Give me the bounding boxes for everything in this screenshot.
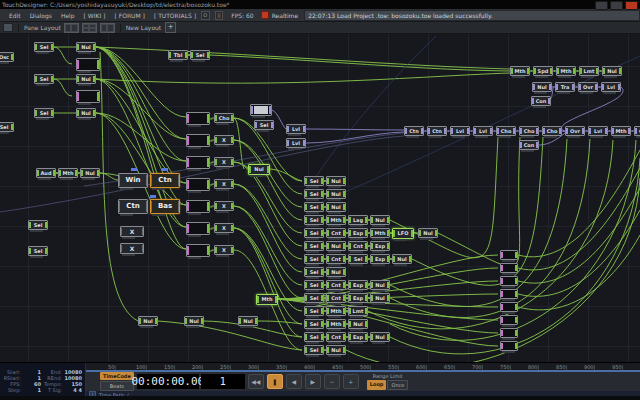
once-button[interactable]: Once (387, 380, 408, 390)
network-node-nul[interactable]: Nul (326, 241, 346, 251)
network-node-sel[interactable]: Sel (304, 345, 324, 355)
network-node-nul[interactable]: Nul (238, 316, 258, 326)
network-node-exp[interactable]: Exp (348, 228, 368, 238)
network-node-nul[interactable]: Nul (418, 228, 438, 238)
network-node-lvl[interactable]: Lvl (286, 138, 306, 148)
network-node[interactable] (186, 244, 210, 257)
network-node-nul[interactable]: Nul (370, 280, 390, 290)
network-node-nul[interactable]: Nul (138, 316, 158, 326)
network-node-mth[interactable]: Mth (326, 215, 346, 225)
transport-button[interactable]: ◀ (286, 374, 302, 389)
transport-button[interactable]: ❚ (267, 374, 283, 389)
network-node[interactable] (186, 134, 210, 147)
network-node-x[interactable]: X (214, 201, 234, 211)
menu-item-dialogs[interactable]: Dialogs (30, 12, 52, 19)
network-node-x[interactable]: X (214, 245, 234, 255)
network-node-cho[interactable]: Cho (519, 126, 539, 136)
network-node-sel[interactable]: Sel (304, 280, 324, 290)
network-node-mth[interactable]: Mth (510, 66, 530, 76)
network-node-tbl[interactable]: Tbl (168, 50, 188, 60)
network-node-mth[interactable]: Mth (58, 168, 78, 178)
network-node-mth[interactable]: Mth (611, 126, 631, 136)
transport-button[interactable]: ◀◀ (248, 374, 264, 389)
network-node-ovr[interactable]: Ovr (565, 126, 585, 136)
transport-button[interactable]: − (324, 374, 340, 389)
transport-button[interactable]: + (343, 374, 359, 389)
network-node-x[interactable]: X (214, 223, 234, 233)
network-node-aud[interactable]: Aud (36, 168, 56, 178)
network-node-mth[interactable]: Mth (556, 66, 576, 76)
network-node-sel[interactable]: Sel (28, 220, 48, 230)
menu-item-wiki[interactable]: [ WIKI ] (84, 12, 106, 19)
network-node-nul[interactable]: Nul (80, 168, 100, 178)
network-node-sel[interactable]: Sel (34, 42, 54, 52)
network-node-x[interactable]: X (214, 157, 234, 167)
network-node-nul[interactable]: Nul (348, 319, 368, 329)
network-node-sel[interactable]: Sel (304, 254, 324, 264)
network-node-exp[interactable]: Exp (370, 241, 390, 251)
network-node[interactable] (500, 302, 518, 312)
network-node-exp[interactable]: Exp (348, 280, 368, 290)
network-node[interactable] (500, 289, 518, 299)
network-node-lmt[interactable]: Lmt (348, 306, 368, 316)
pause-icon[interactable]: O (201, 11, 210, 20)
network-node-mth[interactable]: Mth (326, 306, 346, 316)
network-node-cnt[interactable]: Cnt (326, 293, 346, 303)
network-node-lvl[interactable]: Lvl (601, 82, 621, 92)
maximize-button[interactable] (610, 1, 623, 10)
add-layout-button[interactable]: + (165, 22, 176, 33)
network-node[interactable] (186, 222, 210, 235)
network-node-mth[interactable]: Mth (256, 294, 278, 305)
network-node-lmt[interactable]: Lmt (579, 66, 599, 76)
title-bar[interactable]: TouchDesigner: C:/Users/yoshidayasuyuki/… (0, 0, 640, 9)
frame-counter[interactable]: 1 (201, 374, 245, 389)
network-node-ctn[interactable]: Ctn (427, 126, 447, 136)
network-node-nul[interactable]: Nul (602, 66, 622, 76)
network-node-nul[interactable]: Nul (326, 345, 346, 355)
network-node-sel[interactable]: Sel (0, 122, 14, 132)
network-node[interactable] (500, 341, 518, 351)
network-node-nul[interactable]: Nul (370, 332, 390, 342)
pane-preset-button-3[interactable] (100, 23, 115, 33)
network-node-nul[interactable]: Nul (326, 267, 346, 277)
network-node-mth[interactable]: Mth (326, 319, 346, 329)
network-node-sel[interactable]: Sel (348, 254, 368, 264)
network-node-nul[interactable]: Nul (370, 293, 390, 303)
network-node[interactable] (500, 276, 518, 286)
network-node-sel[interactable]: Sel (304, 202, 324, 212)
network-node-nul[interactable]: Nul (326, 202, 346, 212)
network-node-sel[interactable]: Sel (304, 176, 324, 186)
network-node-lfo[interactable]: LFO (392, 228, 414, 239)
network-node-sel[interactable]: Sel (28, 246, 48, 256)
network-node-cnt[interactable]: Cnt (326, 332, 346, 342)
network-node-exp[interactable]: Exp (370, 254, 390, 264)
network-node-x[interactable]: X (214, 135, 234, 145)
network-node-ctn[interactable]: Ctn (150, 173, 180, 188)
network-node[interactable] (186, 178, 210, 191)
network-node-mth[interactable]: Mth (370, 228, 390, 238)
network-node-con[interactable]: Con (531, 96, 551, 106)
network-node[interactable] (186, 156, 210, 169)
network-node[interactable] (500, 263, 518, 273)
network-node-nul[interactable]: Nul (370, 215, 390, 225)
network-node-nul[interactable]: Nul (76, 108, 96, 118)
pane-preset-button-1[interactable] (64, 23, 79, 33)
network-node-win[interactable]: Win (118, 173, 148, 188)
network-node-ctn[interactable]: Ctn (118, 199, 148, 214)
field-value[interactable]: 4 4 (62, 387, 82, 393)
network-node[interactable] (186, 112, 210, 125)
network-node-sel[interactable]: Sel (34, 74, 54, 84)
menu-item-help[interactable]: Help (61, 12, 75, 19)
network-node-nul[interactable]: Nul (532, 82, 552, 92)
network-node-spd[interactable]: Spd (533, 66, 553, 76)
network-node-ctn[interactable]: Ctn (404, 126, 424, 136)
network-node[interactable] (500, 250, 518, 260)
network-node[interactable] (500, 315, 518, 325)
network-node-nul[interactable]: Nul (326, 189, 346, 199)
network-node-x[interactable]: X (120, 243, 144, 254)
network-node-nul[interactable]: Nul (392, 254, 412, 264)
network-node-cnt[interactable]: Cnt (326, 280, 346, 290)
network-node-tra[interactable]: Tra (555, 82, 575, 92)
network-node-nul[interactable]: Nul (76, 42, 96, 52)
network-node-sel[interactable]: Sel (254, 120, 274, 130)
